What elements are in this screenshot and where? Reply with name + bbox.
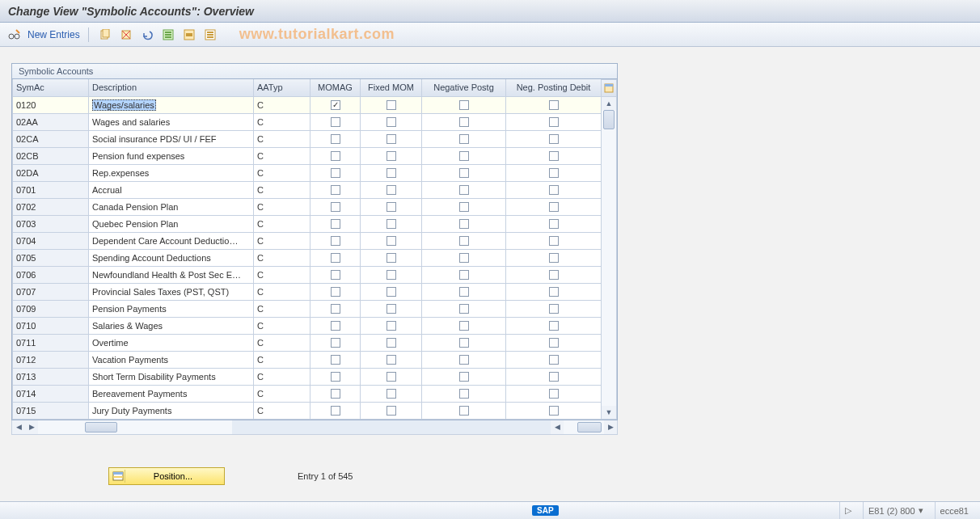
table-cell[interactable]: C xyxy=(254,249,310,266)
checkbox[interactable] xyxy=(459,219,469,229)
checkbox[interactable] xyxy=(387,219,396,229)
checkbox[interactable] xyxy=(387,287,396,297)
table-cell[interactable] xyxy=(422,130,506,147)
scroll-up-arrow[interactable]: ▲ xyxy=(602,97,616,110)
checkbox[interactable] xyxy=(387,372,396,382)
table-cell[interactable] xyxy=(422,317,506,334)
table-cell[interactable]: 0701 xyxy=(13,181,89,198)
table-cell[interactable]: C xyxy=(254,147,310,164)
checkbox[interactable] xyxy=(387,117,396,127)
table-cell[interactable] xyxy=(361,164,422,181)
table-cell[interactable]: Accrual xyxy=(89,181,254,198)
table-cell[interactable] xyxy=(506,198,602,215)
table-row[interactable]: 0707Provincial Sales Taxes (PST, QST)C xyxy=(13,283,602,300)
table-cell[interactable]: 0715 xyxy=(13,402,89,419)
checkbox[interactable] xyxy=(459,100,469,110)
table-cell[interactable]: C xyxy=(254,334,310,351)
table-cell[interactable]: Canada Pension Plan xyxy=(89,198,254,215)
checkbox[interactable] xyxy=(387,321,396,331)
table-cell[interactable]: C xyxy=(254,198,310,215)
table-row[interactable]: 0701AccrualC xyxy=(13,181,602,198)
table-cell[interactable]: 0703 xyxy=(13,215,89,232)
checkbox[interactable] xyxy=(549,219,559,229)
checkbox[interactable] xyxy=(387,134,396,144)
checkbox[interactable] xyxy=(549,321,559,331)
table-cell[interactable] xyxy=(361,300,422,317)
table-cell[interactable] xyxy=(506,113,602,130)
checkbox[interactable] xyxy=(331,389,340,399)
checkbox[interactable] xyxy=(387,253,396,263)
checkbox[interactable] xyxy=(549,270,559,280)
col-header-neg-posting-debit[interactable]: Neg. Posting Debit xyxy=(506,79,602,96)
table-cell[interactable]: 0714 xyxy=(13,385,89,402)
table-row[interactable]: 0706Newfoundland Health & Post Sec E…C xyxy=(13,266,602,283)
checkbox[interactable] xyxy=(331,185,340,195)
checkbox[interactable] xyxy=(331,304,340,314)
table-cell[interactable]: Newfoundland Health & Post Sec E… xyxy=(89,266,254,283)
table-cell[interactable]: Wages and salaries xyxy=(89,113,254,130)
table-cell[interactable]: C xyxy=(254,96,310,113)
checkbox[interactable] xyxy=(387,185,396,195)
checkbox[interactable] xyxy=(549,236,559,246)
table-cell[interactable] xyxy=(506,215,602,232)
checkbox[interactable] xyxy=(549,287,559,297)
table-cell[interactable]: 02CB xyxy=(13,147,89,164)
table-cell[interactable] xyxy=(506,334,602,351)
table-cell[interactable]: 0706 xyxy=(13,266,89,283)
table-cell[interactable] xyxy=(310,385,361,402)
table-row[interactable]: 02CASocial insurance PDS/ UI / FEFC xyxy=(13,130,602,147)
checkbox[interactable] xyxy=(387,270,396,280)
table-cell[interactable]: Rep.expenses xyxy=(89,164,254,181)
col-header-aatyp[interactable]: AATyp xyxy=(254,79,310,96)
table-cell[interactable] xyxy=(361,232,422,249)
table-cell[interactable] xyxy=(506,147,602,164)
table-cell[interactable] xyxy=(361,181,422,198)
table-cell[interactable] xyxy=(506,249,602,266)
table-cell[interactable]: C xyxy=(254,164,310,181)
checkbox[interactable] xyxy=(549,338,559,348)
table-cell[interactable] xyxy=(310,215,361,232)
checkbox[interactable] xyxy=(387,168,396,178)
table-cell[interactable]: 02AA xyxy=(13,113,89,130)
table-cell[interactable] xyxy=(506,283,602,300)
checkbox[interactable] xyxy=(331,151,340,161)
table-cell[interactable] xyxy=(361,317,422,334)
deselect-all-button[interactable] xyxy=(202,27,218,43)
checkbox[interactable] xyxy=(331,236,340,246)
checkbox[interactable] xyxy=(331,372,340,382)
table-row[interactable]: 02CBPension fund expensesC xyxy=(13,147,602,164)
undo-button[interactable] xyxy=(139,27,155,43)
checkbox[interactable] xyxy=(549,134,559,144)
table-config-button[interactable] xyxy=(602,80,616,97)
checkbox[interactable] xyxy=(459,372,469,382)
table-row[interactable]: 0705Spending Account DeductionsC xyxy=(13,249,602,266)
table-cell[interactable] xyxy=(310,147,361,164)
checkbox[interactable] xyxy=(331,338,340,348)
col-header-symac[interactable]: SymAc xyxy=(13,79,89,96)
table-cell[interactable] xyxy=(422,283,506,300)
table-cell[interactable] xyxy=(310,198,361,215)
table-cell[interactable]: C xyxy=(254,385,310,402)
table-cell[interactable] xyxy=(422,113,506,130)
table-row[interactable]: 02DARep.expensesC xyxy=(13,164,602,181)
table-cell[interactable] xyxy=(506,300,602,317)
table-cell[interactable] xyxy=(506,266,602,283)
table-cell[interactable]: C xyxy=(254,113,310,130)
table-cell[interactable] xyxy=(310,113,361,130)
new-entries-button[interactable]: New Entries xyxy=(27,29,80,40)
table-cell[interactable]: Jury Duty Payments xyxy=(89,402,254,419)
checkbox[interactable] xyxy=(549,202,559,212)
checkbox[interactable] xyxy=(459,270,469,280)
checkbox[interactable] xyxy=(549,100,559,110)
checkbox[interactable] xyxy=(331,321,340,331)
table-cell[interactable] xyxy=(506,368,602,385)
table-cell[interactable] xyxy=(422,198,506,215)
checkbox[interactable] xyxy=(549,151,559,161)
table-row[interactable]: 0702Canada Pension PlanC xyxy=(13,198,602,215)
table-cell[interactable]: 0705 xyxy=(13,249,89,266)
table-cell[interactable]: 0712 xyxy=(13,351,89,368)
checkbox[interactable] xyxy=(387,236,396,246)
select-all-button[interactable] xyxy=(160,27,176,43)
checkbox[interactable] xyxy=(331,134,340,144)
table-cell[interactable] xyxy=(361,147,422,164)
